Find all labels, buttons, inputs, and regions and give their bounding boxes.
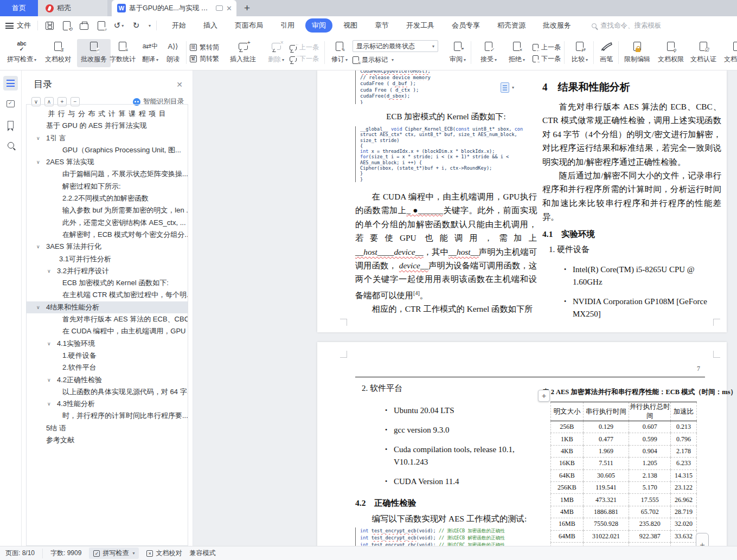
compat-mode-indicator[interactable]: 兼容模式 — [189, 549, 215, 558]
outline-item[interactable]: 1.硬件设备 — [27, 350, 188, 362]
outline-item[interactable]: GPU（Graphics Processing Unit, 图... — [27, 144, 188, 156]
outline-item[interactable]: 输入参数 buf 为所需要加密的明文，len ... — [27, 204, 188, 216]
undo-button[interactable]: ↺▾ — [113, 20, 125, 31]
outline-item[interactable]: 在 CUDA 编程中，由主机端调用，GPU ... — [27, 325, 188, 337]
outline-item[interactable]: 3.1可并行性分析 — [27, 253, 188, 265]
bookmark-panel-icon[interactable] — [3, 117, 18, 132]
menu-tab-会员专享[interactable]: 会员专享 — [445, 18, 486, 33]
spellcheck-toggle[interactable]: ✓ 拼写检查▾ — [89, 548, 139, 559]
reject-button[interactable]: × 拒绝▾ — [503, 39, 530, 67]
menu-tab-批改服务[interactable]: 批改服务 — [536, 18, 578, 33]
document-page-2[interactable]: 7 2. 软件平台 Ubuntu 20.04 LTSgcc version 9.… — [317, 342, 727, 546]
print-button[interactable] — [78, 20, 90, 31]
command-search[interactable]: 查找命令、搜索模板 — [592, 21, 662, 30]
track-changes-button[interactable]: ✎ 修订▾ — [328, 39, 351, 67]
redo-button[interactable]: ↻ — [130, 20, 142, 31]
approval-panel-icon[interactable] — [3, 96, 18, 111]
outline-item[interactable]: 以上函数的具体实现见源代码，对 64 字... — [27, 386, 188, 398]
compare-button[interactable]: ⇄ 比较▾ — [567, 39, 592, 67]
document-page-1[interactable]: cudaMemcpyDeviceToHost);// release devic… — [317, 70, 727, 332]
new-tab-button[interactable]: + — [244, 0, 250, 16]
outline-item[interactable]: 2.2.2不同模式的加解密函数 — [27, 192, 188, 204]
outline-item[interactable]: 基于 GPU 的 AES 并行算法实现 — [27, 120, 188, 132]
menu-tab-引用[interactable]: 引用 — [274, 18, 301, 33]
outline-item[interactable]: 由于篇幅问题，不展示状态矩阵变换操... — [27, 168, 188, 180]
chevron-down-icon[interactable]: ∨ — [36, 301, 40, 313]
export-button[interactable]: ⟲ — [61, 20, 73, 31]
menu-tab-开始[interactable]: 开始 — [165, 18, 193, 33]
accept-button[interactable]: ✓ 接受▾ — [475, 39, 502, 67]
outline-item[interactable]: 在解密时，ECB 模式对每个密文分组分... — [27, 229, 188, 241]
proofread-button[interactable]: a̅ 文档校对 — [41, 39, 75, 67]
chevron-down-icon[interactable]: ∨ — [47, 374, 51, 386]
outline-item[interactable]: ∨4.1实验环境 — [27, 338, 188, 350]
menu-tab-稻壳资源[interactable]: 稻壳资源 — [491, 18, 532, 33]
word-count-button[interactable]: ≡ 字数统计 — [106, 39, 139, 67]
outline-item[interactable]: ∨4.3性能分析 — [27, 398, 188, 410]
outline-item[interactable]: 时，并行程序的计算时间比串行程序要... — [27, 410, 188, 422]
simp-to-trad-button[interactable]: 繁 简转繁 — [190, 54, 225, 63]
outline-panel-icon[interactable] — [3, 76, 18, 91]
brush-button[interactable]: 画笔 — [595, 39, 617, 67]
comment-indicator[interactable]: ▾ — [501, 82, 514, 93]
outline-item[interactable]: ∨3.2并行程序设计 — [27, 265, 188, 277]
home-tab[interactable]: 首页 — [0, 0, 38, 16]
close-tab-icon[interactable]: ✕ — [226, 4, 232, 12]
proofread-toggle[interactable]: × 文档校对 — [146, 549, 182, 558]
doc-permission-button[interactable]: ϙ 文档权限 — [655, 39, 687, 67]
docer-tab[interactable]: 稻壳 — [38, 0, 107, 16]
menu-tab-插入[interactable]: 插入 — [197, 18, 224, 33]
menu-tab-视图[interactable]: 视图 — [337, 18, 364, 33]
prev-change-button[interactable]: ← 上一条 — [533, 43, 566, 52]
chevron-down-icon[interactable]: ∨ — [36, 241, 40, 253]
chevron-down-icon[interactable]: ∨ — [47, 398, 51, 410]
outline-item[interactable]: 5结 语 — [27, 422, 188, 434]
more-commands-icon[interactable]: ▾ — [149, 23, 151, 28]
chevron-down-icon[interactable]: ∨ — [47, 338, 51, 350]
document-tab[interactable]: W 基于GPU的AE...与实现 毕业论文 ✕ — [112, 0, 236, 16]
next-comment-button[interactable]: → 下一条 — [290, 54, 322, 63]
outline-item[interactable]: ∨3AES 算法并行化 — [27, 241, 188, 253]
doc-cert-button[interactable]: ☑ 文档认证 — [688, 39, 719, 67]
read-aloud-button[interactable]: A⟩⟩ 朗读 — [163, 39, 183, 67]
outline-item[interactable]: ∨2AES 算法实现 — [27, 156, 188, 168]
present-window-icon[interactable] — [216, 5, 223, 11]
word-count-indicator[interactable]: 字数: 9909 — [50, 549, 81, 558]
chevron-down-icon[interactable]: ∨ — [36, 132, 40, 144]
reviewers-button[interactable]: ❞ 审阅▾ — [444, 39, 472, 67]
outline-item[interactable]: 参考文献 — [27, 434, 188, 446]
spellcheck-button[interactable]: abc✓ 拼写检查▾ — [4, 39, 39, 67]
prev-comment-button[interactable]: ← 上一条 — [290, 43, 322, 52]
add-row-button[interactable]: + — [696, 533, 709, 546]
outline-item[interactable]: ECB 加密模式的 Kernel 函数如下: — [27, 277, 188, 289]
show-markup-button[interactable]: ≡ 显示标记▾ — [353, 55, 394, 65]
doc-final-button[interactable]: ✓ 文档定稿 — [721, 39, 737, 67]
chevron-down-icon[interactable]: ∨ — [36, 156, 40, 168]
search-panel-icon[interactable] — [3, 138, 18, 152]
document-canvas[interactable]: cudaMemcpyDeviceToHost);// release devic… — [193, 70, 737, 546]
outline-item[interactable]: ∨4.2正确性检验 — [27, 374, 188, 386]
chevron-down-icon[interactable]: ∨ — [47, 265, 51, 277]
menu-tab-审阅[interactable]: 审阅 — [305, 18, 332, 33]
print-preview-button[interactable]: ⌕ — [95, 20, 107, 31]
delete-comment-button[interactable]: × 删除▾ — [264, 39, 289, 67]
restrict-edit-button[interactable]: 限制编辑 — [621, 39, 653, 67]
table-move-handle[interactable]: + — [538, 390, 550, 402]
outline-item[interactable]: 2.软件平台 — [27, 362, 188, 374]
trad-to-simp-button[interactable]: 简 繁转简 — [190, 43, 225, 52]
outline-item[interactable]: 并 行 与 分 布 式 计 算 课 程 项 目 — [27, 108, 188, 120]
save-button[interactable] — [43, 20, 55, 31]
menu-tab-开发工具[interactable]: 开发工具 — [400, 18, 441, 33]
outline-item[interactable]: 解密过程如下所示: — [27, 181, 188, 192]
menu-tab-章节[interactable]: 章节 — [368, 18, 395, 33]
file-menu[interactable]: 文件 — [0, 21, 37, 30]
menu-tab-页面布局[interactable]: 页面布局 — [228, 18, 270, 33]
close-panel-icon[interactable]: ✕ — [176, 80, 183, 89]
markup-state-select[interactable]: 显示标记的最终状态▾ — [353, 40, 438, 52]
outline-item[interactable]: ∨4结果和性能分析 — [27, 301, 188, 313]
next-change-button[interactable]: → 下一条 — [533, 54, 566, 63]
outline-item[interactable]: 在主机端 CTR 模式加密过程中，每个明... — [27, 289, 188, 301]
outline-item[interactable]: 首先对串行版本 AES 算法的 ECB、CBC... — [27, 313, 188, 325]
page-indicator[interactable]: 页面: 8/10 — [5, 549, 35, 558]
outline-item[interactable]: ∨1引 言 — [27, 132, 188, 144]
